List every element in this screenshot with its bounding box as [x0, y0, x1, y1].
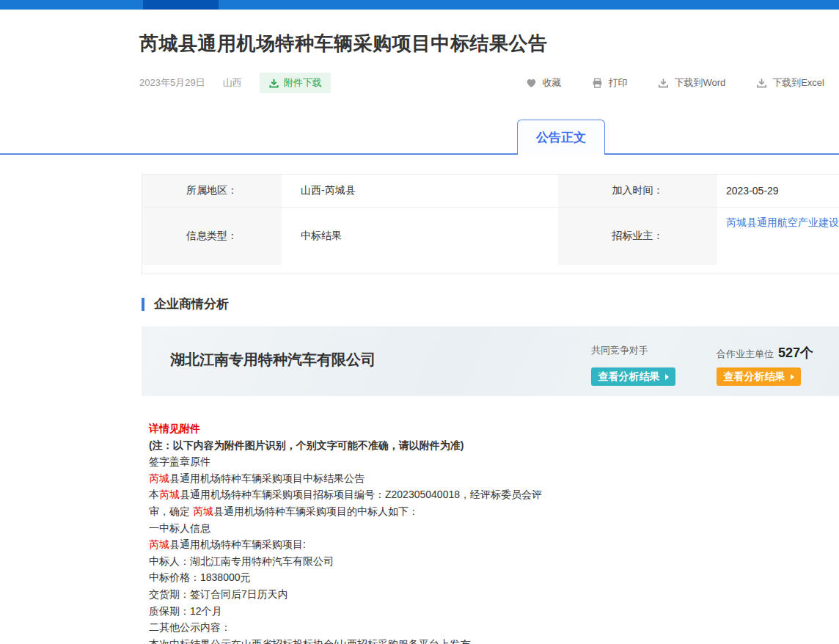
article-line: 本芮城县通用机场特种车辆采购项目招标项目编号：Z202305040018，经评标…: [149, 486, 839, 503]
tab-announcement-body[interactable]: 公告正文: [517, 120, 605, 155]
article-line: 芮城县通用机场特种车辆采购项目中标结果公告: [149, 470, 839, 487]
arrow-right-icon: [791, 374, 794, 380]
info-time-label: 加入时间：: [558, 175, 717, 208]
download-excel-label: 下载到Excel: [772, 76, 824, 89]
attachment-download-button[interactable]: 附件下载: [260, 73, 331, 93]
favorite-button[interactable]: 收藏: [521, 76, 565, 90]
company-name: 湖北江南专用特种汽车有限公司: [170, 351, 375, 368]
partners-count: 527个: [778, 344, 813, 362]
view-partners-analysis-button[interactable]: 查看分析结果: [717, 367, 801, 386]
article-line: 一中标人信息: [149, 520, 839, 537]
favorite-label: 收藏: [542, 76, 561, 89]
print-button[interactable]: 打印: [587, 76, 631, 90]
meta-left: 2023年5月29日 山西 附件下载: [139, 73, 331, 93]
article-line: 质保期：12个月: [149, 603, 839, 620]
download-icon: [756, 78, 767, 89]
info-time-value: 2023-05-29: [717, 175, 839, 208]
printer-icon: [592, 78, 603, 89]
info-owner-label: 招标业主：: [558, 208, 717, 265]
competitors-label: 共同竞争对手: [591, 344, 648, 357]
article-line: 二其他公示内容：: [149, 619, 839, 636]
info-table: 所属地区： 山西-芮城县 加入时间： 2023-05-29 信息类型： 中标结果…: [142, 174, 839, 274]
company-analysis-card: 湖北江南专用特种汽车有限公司 共同竞争对手 查看分析结果 合作业主单位 527个…: [142, 326, 839, 396]
info-type-value: 中标结果: [282, 208, 558, 265]
meta-actions: 收藏 打印 下载到Word 下载到Excel: [521, 76, 829, 90]
article-line: (注：以下内容为附件图片识别，个别文字可能不准确，请以附件为准): [149, 437, 839, 454]
heart-icon: [526, 78, 537, 89]
section-title: 企业商情分析: [154, 296, 229, 312]
partners-label: 合作业主单位: [717, 348, 774, 361]
article-line: 交货期：签订合同后7日历天内: [149, 586, 839, 603]
tab-strip: 公告正文: [0, 120, 839, 155]
download-excel-button[interactable]: 下载到Excel: [752, 76, 829, 90]
top-nav-bar: [0, 0, 839, 10]
article-line: 芮城县通用机场特种车辆采购项目:: [149, 536, 839, 553]
download-icon: [268, 78, 279, 89]
print-label: 打印: [608, 76, 627, 89]
page-title: 芮城县通用机场特种车辆采购项目中标结果公告: [139, 33, 839, 54]
view-competitors-analysis-button[interactable]: 查看分析结果: [591, 367, 675, 386]
article-line: 中标人：湖北江南专用特种汽车有限公司: [149, 553, 839, 570]
download-word-label: 下载到Word: [674, 76, 725, 89]
info-region-label: 所属地区：: [142, 175, 282, 208]
info-owner-cell: 芮城县通用航空产业建设发: [717, 208, 839, 274]
partners-group: 合作业主单位 527个 查看分析结果: [717, 344, 813, 386]
article-line: 本次中标结果公示在山西省招标投标协会/山西招标采购服务平台上发布。: [149, 636, 839, 644]
view-partners-analysis-label: 查看分析结果: [724, 370, 785, 384]
section-header: 企业商情分析: [142, 296, 839, 312]
owner-link[interactable]: 芮城县通用航空产业建设发: [726, 216, 839, 230]
download-icon: [658, 78, 669, 89]
attachment-button-label: 附件下载: [284, 76, 322, 89]
publish-date: 2023年5月29日: [139, 76, 205, 89]
article-line: 签字盖章原件: [149, 453, 839, 470]
info-region-value: 山西-芮城县: [282, 175, 558, 208]
top-nav-active-segment[interactable]: [143, 0, 219, 10]
article-line: 审，确定 芮城县通用机场特种车辆采购项目的中标人如下：: [149, 503, 839, 520]
competitors-group: 共同竞争对手 查看分析结果: [591, 344, 675, 386]
tab-divider-line: [0, 153, 839, 155]
article-body: 详情见附件(注：以下内容为附件图片识别，个别文字可能不准确，请以附件为准)签字盖…: [149, 420, 839, 644]
download-word-button[interactable]: 下载到Word: [653, 76, 730, 90]
region-label: 山西: [223, 76, 242, 89]
meta-row: 2023年5月29日 山西 附件下载 收藏 打印: [139, 73, 829, 92]
arrow-right-icon: [665, 374, 669, 380]
view-competitors-analysis-label: 查看分析结果: [598, 370, 660, 384]
section-accent-bar: [142, 298, 144, 311]
info-type-label: 信息类型：: [142, 208, 282, 265]
article-line: 详情见附件: [149, 420, 839, 437]
article-line: 中标价格：1838000元: [149, 569, 839, 586]
